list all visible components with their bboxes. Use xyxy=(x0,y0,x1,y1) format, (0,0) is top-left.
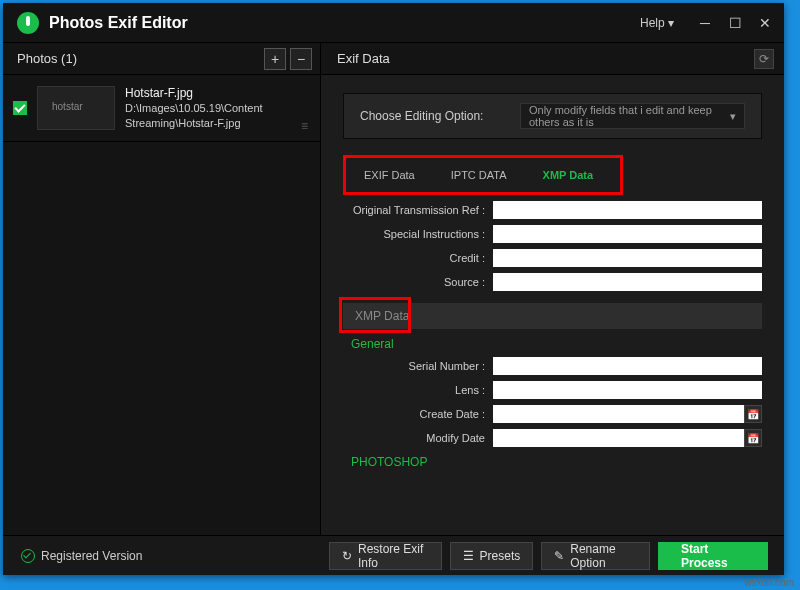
field-label: Lens : xyxy=(343,384,493,396)
field-row: Modify Date 📅 xyxy=(343,429,762,447)
file-path-2: Streaming\Hotstar-F.jpg xyxy=(125,116,263,131)
photos-panel: Photos (1) + − hotstar Hotstar-F.jpg D:\… xyxy=(3,43,321,535)
registered-status: Registered Version xyxy=(11,549,329,563)
file-meta: Hotstar-F.jpg D:\Images\10.05.19\Content… xyxy=(125,85,263,131)
field-label: Source : xyxy=(343,276,493,288)
watermark: wsxdn.com xyxy=(744,577,794,588)
highlight-box xyxy=(339,297,411,333)
options-row: Choose Editing Option: Only modify field… xyxy=(343,93,762,139)
refresh-button[interactable]: ⟳ xyxy=(754,49,774,69)
tab-iptc[interactable]: IPTC DATA xyxy=(433,158,525,192)
field-input-source[interactable] xyxy=(493,273,762,291)
close-button[interactable]: ✕ xyxy=(750,8,780,38)
presets-button[interactable]: ☰ Presets xyxy=(450,542,534,570)
thumbnail-text: hotstar xyxy=(52,101,83,112)
file-path-1: D:\Images\10.05.19\Content xyxy=(125,101,263,116)
tab-exif[interactable]: EXIF Data xyxy=(346,158,433,192)
group-photoshop: PHOTOSHOP xyxy=(351,455,762,469)
remove-photo-button[interactable]: − xyxy=(290,48,312,70)
editing-options: Choose Editing Option: Only modify field… xyxy=(321,75,784,151)
field-input-credit[interactable] xyxy=(493,249,762,267)
section-xmp: XMP Data xyxy=(343,303,762,329)
field-row: Create Date : 📅 xyxy=(343,405,762,423)
app-window: Photos Exif Editor Help ▾ ─ ☐ ✕ Photos (… xyxy=(3,3,784,575)
field-input-instructions[interactable] xyxy=(493,225,762,243)
group-general: General xyxy=(351,337,762,351)
field-label: Credit : xyxy=(343,252,493,264)
drag-handle-icon[interactable]: ≡ xyxy=(301,119,308,133)
file-name: Hotstar-F.jpg xyxy=(125,85,263,101)
photos-count: Photos (1) xyxy=(17,51,77,66)
add-photo-button[interactable]: + xyxy=(264,48,286,70)
exif-panel: Exif Data ⟳ Choose Editing Option: Only … xyxy=(321,43,784,535)
field-row: Special Instructions : xyxy=(343,225,762,243)
sliders-icon: ☰ xyxy=(463,549,474,563)
field-input-create-date[interactable] xyxy=(493,405,744,423)
help-menu[interactable]: Help ▾ xyxy=(640,16,674,30)
start-process-button[interactable]: Start Process xyxy=(658,542,768,570)
restore-exif-button[interactable]: ↻ Restore Exif Info xyxy=(329,542,442,570)
data-tabs: EXIF Data IPTC DATA XMP Data xyxy=(343,155,623,195)
fields-scroll[interactable]: Original Transmission Ref : Special Inst… xyxy=(321,195,784,535)
photo-list-item[interactable]: hotstar Hotstar-F.jpg D:\Images\10.05.19… xyxy=(3,75,320,142)
pencil-icon: ✎ xyxy=(554,549,564,563)
field-row: Source : xyxy=(343,273,762,291)
select-value: Only modify fields that i edit and keep … xyxy=(529,104,730,128)
field-label: Create Date : xyxy=(343,408,493,420)
app-title: Photos Exif Editor xyxy=(49,14,640,32)
tab-xmp[interactable]: XMP Data xyxy=(525,158,612,192)
field-input-transmission[interactable] xyxy=(493,201,762,219)
field-row: Original Transmission Ref : xyxy=(343,201,762,219)
restore-icon: ↻ xyxy=(342,549,352,563)
maximize-button[interactable]: ☐ xyxy=(720,8,750,38)
calendar-icon[interactable]: 📅 xyxy=(744,429,762,447)
main-body: Photos (1) + − hotstar Hotstar-F.jpg D:\… xyxy=(3,43,784,535)
editing-option-select[interactable]: Only modify fields that i edit and keep … xyxy=(520,103,745,129)
exif-title: Exif Data xyxy=(337,51,390,66)
thumbnail: hotstar xyxy=(37,86,115,130)
calendar-icon[interactable]: 📅 xyxy=(744,405,762,423)
field-label: Special Instructions : xyxy=(343,228,493,240)
minimize-button[interactable]: ─ xyxy=(690,8,720,38)
checkbox-icon[interactable] xyxy=(13,101,27,115)
field-row: Serial Number : xyxy=(343,357,762,375)
footer: Registered Version ↻ Restore Exif Info ☰… xyxy=(3,535,784,575)
exif-header: Exif Data ⟳ xyxy=(321,43,784,75)
check-circle-icon xyxy=(21,549,35,563)
titlebar: Photos Exif Editor Help ▾ ─ ☐ ✕ xyxy=(3,3,784,43)
photos-header: Photos (1) + − xyxy=(3,43,320,75)
field-input-lens[interactable] xyxy=(493,381,762,399)
field-label: Modify Date xyxy=(343,432,493,444)
app-logo-icon xyxy=(17,12,39,34)
field-label: Original Transmission Ref : xyxy=(343,204,493,216)
field-input-modify-date[interactable] xyxy=(493,429,744,447)
rename-option-button[interactable]: ✎ Rename Option xyxy=(541,542,650,570)
chevron-down-icon: ▾ xyxy=(730,110,736,123)
field-input-serial[interactable] xyxy=(493,357,762,375)
choose-option-label: Choose Editing Option: xyxy=(360,109,520,123)
field-row: Lens : xyxy=(343,381,762,399)
field-label: Serial Number : xyxy=(343,360,493,372)
field-row: Credit : xyxy=(343,249,762,267)
